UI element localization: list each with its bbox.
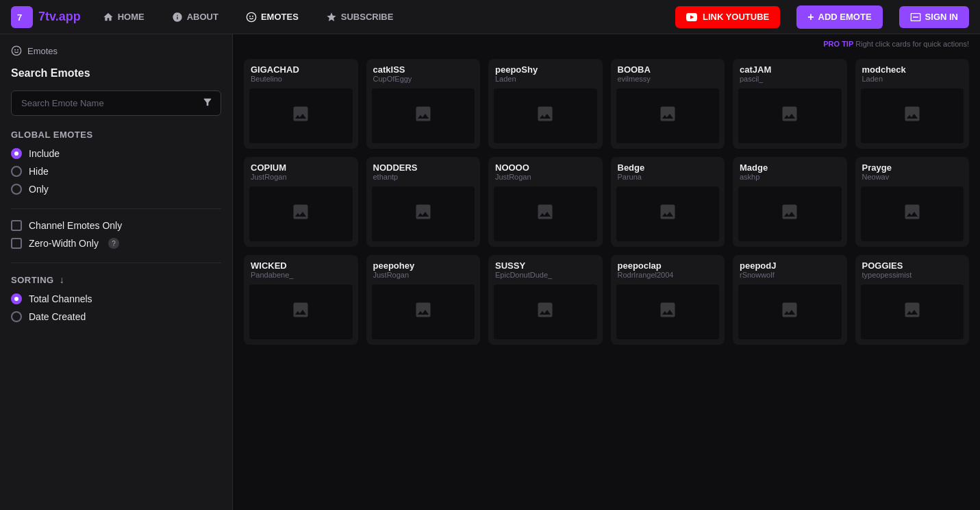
sign-in-button[interactable]: SIGN IN bbox=[899, 6, 969, 28]
emote-preview bbox=[861, 88, 964, 143]
emote-placeholder-icon bbox=[658, 104, 677, 127]
emote-author: JustRogan bbox=[251, 173, 351, 181]
emote-placeholder-icon bbox=[903, 202, 922, 226]
checkbox-channel-emotes-box bbox=[11, 220, 22, 231]
emote-placeholder-icon bbox=[536, 202, 555, 226]
emote-card[interactable]: WICKED Pandabene_ bbox=[244, 255, 358, 345]
zero-width-help-icon[interactable]: ? bbox=[108, 238, 119, 249]
emote-card[interactable]: peepoclap RodrIrangel2004 bbox=[611, 255, 725, 345]
emote-card[interactable]: GIGACHAD Beutelino bbox=[244, 59, 358, 149]
emote-card[interactable]: NODDERS ethantp bbox=[366, 157, 481, 247]
svg-point-2 bbox=[247, 12, 255, 21]
emote-card-header: catJAM pascil_ bbox=[733, 59, 847, 86]
radio-only-circle bbox=[11, 184, 22, 195]
radio-only[interactable]: Only bbox=[11, 184, 221, 195]
zero-width-label: Zero-Width Only bbox=[29, 238, 99, 249]
emote-preview bbox=[616, 284, 720, 339]
emote-card[interactable]: peepoShy Laden bbox=[488, 59, 603, 149]
sidebar: Emotes Search Emotes Global Emotes Inclu… bbox=[0, 34, 233, 510]
radio-total-channels[interactable]: Total Channels bbox=[11, 293, 221, 304]
emote-author: EpicDonutDude_ bbox=[495, 271, 596, 279]
emote-card[interactable]: Madge askhp bbox=[733, 157, 847, 247]
emote-name: modcheck bbox=[862, 64, 963, 75]
divider-2 bbox=[11, 263, 221, 263]
nav-home-label: HOME bbox=[118, 12, 145, 22]
nav-home[interactable]: HOME bbox=[97, 9, 150, 25]
emote-author: Beutelino bbox=[251, 75, 351, 83]
nav-emotes[interactable]: EMOTES bbox=[240, 9, 304, 25]
emote-author: typeopessimist bbox=[862, 271, 963, 279]
checkbox-channel-emotes[interactable]: Channel Emotes Only bbox=[11, 220, 221, 231]
emote-preview bbox=[249, 88, 353, 143]
link-youtube-button[interactable]: LINK YOUTUBE bbox=[675, 6, 780, 28]
nav-subscribe[interactable]: SUBSCRIBE bbox=[321, 9, 399, 25]
search-box bbox=[11, 90, 221, 116]
sidebar-title: Search Emotes bbox=[11, 67, 221, 80]
emote-placeholder-icon bbox=[414, 300, 433, 324]
emote-preview bbox=[861, 284, 964, 339]
svg-point-3 bbox=[249, 15, 251, 16]
emote-preview bbox=[372, 186, 475, 241]
emote-preview bbox=[738, 88, 842, 143]
emote-card-header: NOOOO JustRogan bbox=[488, 157, 603, 184]
app-logo[interactable]: 7 7tv.app bbox=[11, 6, 81, 28]
emote-card[interactable]: NOOOO JustRogan bbox=[488, 157, 603, 247]
nav-emotes-label: EMOTES bbox=[261, 12, 299, 22]
emote-preview bbox=[249, 186, 353, 241]
emote-name: COPIUM bbox=[251, 162, 351, 173]
emote-grid: GIGACHAD Beutelino catkISS CupOfEggy pee… bbox=[244, 59, 969, 345]
page-header: Emotes bbox=[11, 45, 221, 56]
main-content: PRO TIP Right click cards for quick acti… bbox=[233, 34, 980, 510]
emote-name: peepohey bbox=[373, 260, 474, 271]
svg-text:7: 7 bbox=[17, 12, 22, 23]
emote-card[interactable]: Prayge Neowav bbox=[855, 157, 970, 247]
sort-arrow-icon[interactable]: ↓ bbox=[60, 274, 64, 285]
pro-tip-text: Right click cards for quick actions! bbox=[855, 40, 969, 48]
emote-name: BOOBA bbox=[618, 64, 718, 75]
emote-card[interactable]: SUSSY EpicDonutDude_ bbox=[488, 255, 603, 345]
total-channels-label: Total Channels bbox=[29, 293, 92, 304]
divider-1 bbox=[11, 208, 221, 209]
logo-icon: 7 bbox=[11, 6, 33, 28]
emote-card-header: Bedge Paruna bbox=[611, 157, 725, 184]
add-emote-button[interactable]: + ADD EMOTE bbox=[796, 5, 882, 29]
checkbox-group: Channel Emotes Only Zero-Width Only ? bbox=[11, 220, 221, 249]
emote-preview bbox=[372, 88, 475, 143]
emote-card[interactable]: catJAM pascil_ bbox=[733, 59, 847, 149]
emote-name: Bedge bbox=[618, 162, 718, 173]
emote-card-header: WICKED Pandabene_ bbox=[244, 255, 358, 282]
emote-card[interactable]: BOOBA evilmessy bbox=[611, 59, 725, 149]
emote-card[interactable]: Bedge Paruna bbox=[611, 157, 725, 247]
radio-hide[interactable]: Hide bbox=[11, 166, 221, 177]
emote-card-header: SUSSY EpicDonutDude_ bbox=[488, 255, 603, 282]
emote-preview bbox=[616, 88, 720, 143]
emote-name: SUSSY bbox=[495, 260, 596, 271]
emote-placeholder-icon bbox=[536, 104, 555, 127]
emote-card-header: modcheck Laden bbox=[855, 59, 970, 86]
svg-point-6 bbox=[14, 49, 16, 51]
emote-placeholder-icon bbox=[414, 104, 433, 127]
radio-include[interactable]: Include bbox=[11, 148, 221, 159]
emote-card[interactable]: COPIUM JustRogan bbox=[244, 157, 358, 247]
radio-hide-label: Hide bbox=[29, 166, 49, 177]
emote-name: peepoclap bbox=[618, 260, 718, 271]
search-input[interactable] bbox=[11, 90, 221, 116]
checkbox-zero-width-box bbox=[11, 238, 22, 249]
checkbox-zero-width[interactable]: Zero-Width Only ? bbox=[11, 238, 221, 249]
emote-card[interactable]: peepodJ rSnowwolf bbox=[733, 255, 847, 345]
emotes-breadcrumb: Emotes bbox=[27, 46, 58, 56]
emote-author: askhp bbox=[740, 173, 840, 181]
emote-author: RodrIrangel2004 bbox=[618, 271, 718, 279]
emote-preview bbox=[738, 284, 842, 339]
emote-card[interactable]: POGGIES typeopessimist bbox=[855, 255, 970, 345]
sorting-header: Sorting ↓ bbox=[11, 274, 221, 285]
radio-date-created[interactable]: Date Created bbox=[11, 311, 221, 322]
emote-card[interactable]: peepohey JustRogan bbox=[366, 255, 481, 345]
emote-author: rSnowwolf bbox=[740, 271, 840, 279]
emote-author: JustRogan bbox=[495, 173, 596, 181]
emote-name: peepoShy bbox=[495, 64, 596, 75]
emote-card[interactable]: catkISS CupOfEggy bbox=[366, 59, 481, 149]
emote-card[interactable]: modcheck Laden bbox=[855, 59, 970, 149]
nav-about[interactable]: ABOUT bbox=[166, 9, 224, 25]
nav-about-label: ABOUT bbox=[187, 12, 218, 22]
